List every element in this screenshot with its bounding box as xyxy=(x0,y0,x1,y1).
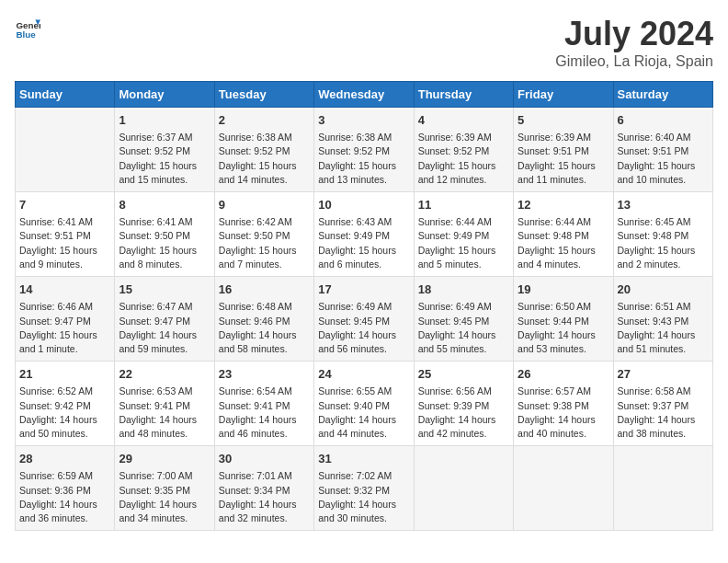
day-number: 1 xyxy=(119,112,210,129)
day-number: 21 xyxy=(19,366,110,383)
calendar-cell: 4Sunrise: 6:39 AMSunset: 9:52 PMDaylight… xyxy=(414,108,513,192)
day-number: 7 xyxy=(19,197,110,213)
calendar-cell: 11Sunrise: 6:44 AMSunset: 9:49 PMDayligh… xyxy=(414,192,513,277)
weekday-header-sunday: Sunday xyxy=(16,82,115,108)
calendar-week-row: 7Sunrise: 6:41 AMSunset: 9:51 PMDaylight… xyxy=(16,192,713,277)
day-info: Sunrise: 6:56 AMSunset: 9:39 PMDaylight:… xyxy=(418,385,509,441)
day-number: 13 xyxy=(618,197,709,213)
day-number: 20 xyxy=(618,282,709,298)
page-title: July 2024 xyxy=(555,15,713,53)
calendar-week-row: 1Sunrise: 6:37 AMSunset: 9:52 PMDaylight… xyxy=(16,108,713,192)
day-number: 17 xyxy=(318,282,409,298)
calendar-cell xyxy=(514,446,613,531)
day-number: 22 xyxy=(119,366,210,383)
logo: General Blue xyxy=(15,15,40,40)
logo-icon: General Blue xyxy=(15,15,40,40)
day-number: 3 xyxy=(318,112,409,129)
day-info: Sunrise: 6:42 AMSunset: 9:50 PMDaylight:… xyxy=(219,215,310,271)
weekday-header-row: SundayMondayTuesdayWednesdayThursdayFrid… xyxy=(16,82,713,108)
calendar-week-row: 14Sunrise: 6:46 AMSunset: 9:47 PMDayligh… xyxy=(16,277,713,362)
calendar-cell xyxy=(414,446,513,531)
day-info: Sunrise: 6:46 AMSunset: 9:47 PMDaylight:… xyxy=(19,300,110,356)
weekday-header-thursday: Thursday xyxy=(414,82,513,108)
day-number: 19 xyxy=(518,282,609,298)
day-info: Sunrise: 6:49 AMSunset: 9:45 PMDaylight:… xyxy=(318,300,409,356)
calendar-cell: 8Sunrise: 6:41 AMSunset: 9:50 PMDaylight… xyxy=(115,192,214,277)
day-info: Sunrise: 6:41 AMSunset: 9:51 PMDaylight:… xyxy=(19,215,110,271)
day-info: Sunrise: 6:38 AMSunset: 9:52 PMDaylight:… xyxy=(219,131,310,187)
day-info: Sunrise: 6:41 AMSunset: 9:50 PMDaylight:… xyxy=(119,215,210,271)
calendar-cell: 23Sunrise: 6:54 AMSunset: 9:41 PMDayligh… xyxy=(214,362,313,446)
weekday-header-saturday: Saturday xyxy=(613,82,712,108)
calendar-cell: 10Sunrise: 6:43 AMSunset: 9:49 PMDayligh… xyxy=(314,192,414,277)
day-info: Sunrise: 6:39 AMSunset: 9:52 PMDaylight:… xyxy=(418,131,509,187)
calendar-cell: 17Sunrise: 6:49 AMSunset: 9:45 PMDayligh… xyxy=(314,277,414,362)
calendar-cell: 30Sunrise: 7:01 AMSunset: 9:34 PMDayligh… xyxy=(214,446,313,531)
day-number: 12 xyxy=(518,197,609,213)
day-info: Sunrise: 6:50 AMSunset: 9:44 PMDaylight:… xyxy=(518,300,609,356)
calendar-cell: 16Sunrise: 6:48 AMSunset: 9:46 PMDayligh… xyxy=(214,277,313,362)
calendar-cell: 27Sunrise: 6:58 AMSunset: 9:37 PMDayligh… xyxy=(613,362,712,446)
calendar-cell: 24Sunrise: 6:55 AMSunset: 9:40 PMDayligh… xyxy=(314,362,414,446)
calendar-cell: 20Sunrise: 6:51 AMSunset: 9:43 PMDayligh… xyxy=(613,277,712,362)
calendar-cell: 3Sunrise: 6:38 AMSunset: 9:52 PMDaylight… xyxy=(314,108,414,192)
svg-text:Blue: Blue xyxy=(16,29,36,40)
calendar-cell: 7Sunrise: 6:41 AMSunset: 9:51 PMDaylight… xyxy=(16,192,115,277)
day-number: 30 xyxy=(219,451,310,467)
calendar-cell: 15Sunrise: 6:47 AMSunset: 9:47 PMDayligh… xyxy=(115,277,214,362)
day-number: 28 xyxy=(19,451,110,467)
calendar-cell: 18Sunrise: 6:49 AMSunset: 9:45 PMDayligh… xyxy=(414,277,513,362)
calendar-cell: 12Sunrise: 6:44 AMSunset: 9:48 PMDayligh… xyxy=(514,192,613,277)
calendar-cell xyxy=(16,108,115,192)
day-number: 14 xyxy=(19,282,110,298)
day-info: Sunrise: 6:37 AMSunset: 9:52 PMDaylight:… xyxy=(119,131,210,187)
day-info: Sunrise: 6:57 AMSunset: 9:38 PMDaylight:… xyxy=(518,385,609,441)
day-info: Sunrise: 6:54 AMSunset: 9:41 PMDaylight:… xyxy=(219,385,310,441)
calendar-cell: 2Sunrise: 6:38 AMSunset: 9:52 PMDaylight… xyxy=(214,108,313,192)
day-number: 31 xyxy=(318,451,409,467)
weekday-header-friday: Friday xyxy=(514,82,613,108)
calendar-cell: 1Sunrise: 6:37 AMSunset: 9:52 PMDaylight… xyxy=(115,108,214,192)
weekday-header-tuesday: Tuesday xyxy=(214,82,313,108)
weekday-header-wednesday: Wednesday xyxy=(314,82,414,108)
day-number: 23 xyxy=(219,366,310,383)
day-number: 27 xyxy=(618,366,709,383)
day-number: 16 xyxy=(219,282,310,298)
calendar-cell: 9Sunrise: 6:42 AMSunset: 9:50 PMDaylight… xyxy=(214,192,313,277)
day-number: 8 xyxy=(119,197,210,213)
day-info: Sunrise: 6:53 AMSunset: 9:41 PMDaylight:… xyxy=(119,385,210,441)
day-info: Sunrise: 7:00 AMSunset: 9:35 PMDaylight:… xyxy=(119,469,210,525)
day-number: 18 xyxy=(418,282,509,298)
day-number: 11 xyxy=(418,197,509,213)
day-number: 24 xyxy=(318,366,409,383)
day-info: Sunrise: 6:55 AMSunset: 9:40 PMDaylight:… xyxy=(318,385,409,441)
day-info: Sunrise: 7:02 AMSunset: 9:32 PMDaylight:… xyxy=(318,469,409,525)
day-number: 9 xyxy=(219,197,310,213)
day-number: 6 xyxy=(618,112,709,129)
day-number: 4 xyxy=(418,112,509,129)
day-info: Sunrise: 6:38 AMSunset: 9:52 PMDaylight:… xyxy=(318,131,409,187)
day-info: Sunrise: 6:47 AMSunset: 9:47 PMDaylight:… xyxy=(119,300,210,356)
weekday-header-monday: Monday xyxy=(115,82,214,108)
calendar-cell: 19Sunrise: 6:50 AMSunset: 9:44 PMDayligh… xyxy=(514,277,613,362)
day-info: Sunrise: 6:40 AMSunset: 9:51 PMDaylight:… xyxy=(618,131,709,187)
day-number: 26 xyxy=(518,366,609,383)
calendar-week-row: 28Sunrise: 6:59 AMSunset: 9:36 PMDayligh… xyxy=(16,446,713,531)
calendar-cell: 29Sunrise: 7:00 AMSunset: 9:35 PMDayligh… xyxy=(115,446,214,531)
day-info: Sunrise: 6:44 AMSunset: 9:49 PMDaylight:… xyxy=(418,215,509,271)
day-info: Sunrise: 6:45 AMSunset: 9:48 PMDaylight:… xyxy=(618,215,709,271)
calendar-cell: 26Sunrise: 6:57 AMSunset: 9:38 PMDayligh… xyxy=(514,362,613,446)
calendar-table: SundayMondayTuesdayWednesdayThursdayFrid… xyxy=(15,81,713,531)
day-info: Sunrise: 7:01 AMSunset: 9:34 PMDaylight:… xyxy=(219,469,310,525)
day-info: Sunrise: 6:44 AMSunset: 9:48 PMDaylight:… xyxy=(518,215,609,271)
day-info: Sunrise: 6:52 AMSunset: 9:42 PMDaylight:… xyxy=(19,385,110,441)
calendar-cell: 14Sunrise: 6:46 AMSunset: 9:47 PMDayligh… xyxy=(16,277,115,362)
day-number: 10 xyxy=(318,197,409,213)
calendar-cell: 31Sunrise: 7:02 AMSunset: 9:32 PMDayligh… xyxy=(314,446,414,531)
day-number: 29 xyxy=(119,451,210,467)
title-block: July 2024 Gimileo, La Rioja, Spain xyxy=(555,15,713,70)
day-info: Sunrise: 6:58 AMSunset: 9:37 PMDaylight:… xyxy=(618,385,709,441)
day-info: Sunrise: 6:49 AMSunset: 9:45 PMDaylight:… xyxy=(418,300,509,356)
day-number: 15 xyxy=(119,282,210,298)
day-number: 25 xyxy=(418,366,509,383)
